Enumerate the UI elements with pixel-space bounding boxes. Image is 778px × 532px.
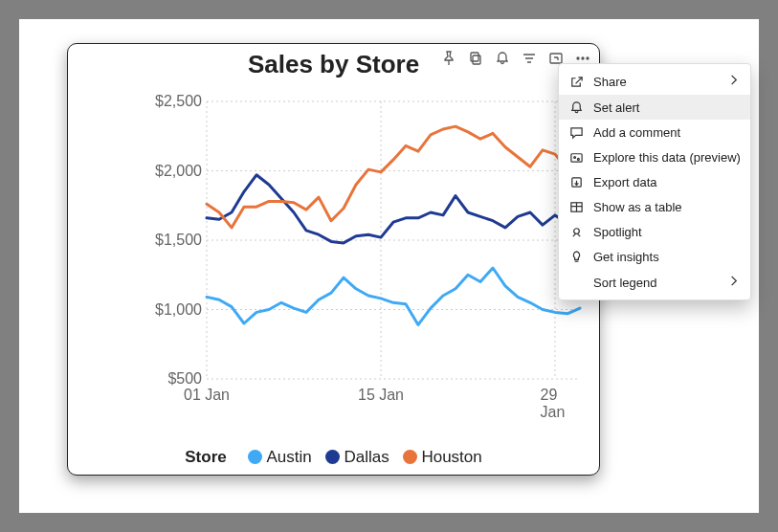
bulb-icon <box>568 249 584 264</box>
menu-insights[interactable]: Get insights <box>559 244 750 269</box>
svg-point-19 <box>573 228 579 233</box>
chart-svg <box>82 92 585 417</box>
svg-point-16 <box>577 158 579 160</box>
menu-export[interactable]: Export data <box>559 169 750 194</box>
chevron-right-icon <box>726 274 741 291</box>
bell-icon <box>568 100 584 115</box>
legend-swatch-houston <box>403 450 417 464</box>
context-menu: Share Set alert Add a comment Explore th… <box>558 63 751 300</box>
svg-rect-2 <box>550 54 562 63</box>
filter-icon[interactable] <box>521 50 538 67</box>
chevron-right-icon <box>726 73 741 90</box>
y-tick-label: $500 <box>167 370 202 388</box>
chart-card: Sales by Store $2,500$2,000$1,500$1,000$… <box>67 43 600 476</box>
svg-rect-14 <box>570 153 581 161</box>
spotlight-icon <box>568 224 584 239</box>
y-tick-label: $1,500 <box>155 232 202 249</box>
svg-rect-0 <box>473 55 480 64</box>
comment-icon <box>568 124 584 140</box>
menu-share[interactable]: Share <box>559 68 750 95</box>
x-tick-label: 29 Jan <box>541 387 570 421</box>
export-icon <box>568 174 584 189</box>
legend-label-austin: Austin <box>266 448 311 466</box>
legend-label-houston: Houston <box>421 448 481 466</box>
menu-add-comment[interactable]: Add a comment <box>559 120 750 144</box>
copy-icon[interactable] <box>467 50 484 67</box>
legend-label-dallas: Dallas <box>344 448 389 466</box>
pin-icon[interactable] <box>440 50 457 67</box>
x-tick-label: 15 Jan <box>358 387 404 404</box>
svg-point-15 <box>573 156 575 158</box>
menu-set-alert[interactable]: Set alert <box>559 95 750 120</box>
svg-rect-1 <box>471 53 478 61</box>
legend-swatch-austin <box>248 450 262 464</box>
table-icon <box>568 199 584 214</box>
menu-spotlight[interactable]: Spotlight <box>559 219 750 244</box>
legend-title: Store <box>185 448 226 466</box>
chart-plot: $2,500$2,000$1,500$1,000$50001 Jan15 Jan… <box>82 92 585 408</box>
share-icon <box>568 74 584 89</box>
menu-show-table[interactable]: Show as a table <box>559 194 750 219</box>
legend: Store Austin Dallas Houston <box>68 448 599 467</box>
menu-explore[interactable]: Explore this data (preview) <box>559 144 750 169</box>
legend-swatch-dallas <box>325 450 340 464</box>
y-tick-label: $2,500 <box>155 93 202 110</box>
blank-icon <box>568 275 584 290</box>
y-tick-label: $1,000 <box>155 301 202 319</box>
menu-sort-legend[interactable]: Sort legend <box>559 269 750 296</box>
bell-icon[interactable] <box>494 50 511 67</box>
svg-point-3 <box>577 57 579 59</box>
explore-icon <box>568 149 584 165</box>
svg-point-5 <box>587 57 589 59</box>
svg-point-4 <box>582 57 584 59</box>
x-tick-label: 01 Jan <box>184 387 230 404</box>
y-tick-label: $2,000 <box>155 163 202 180</box>
